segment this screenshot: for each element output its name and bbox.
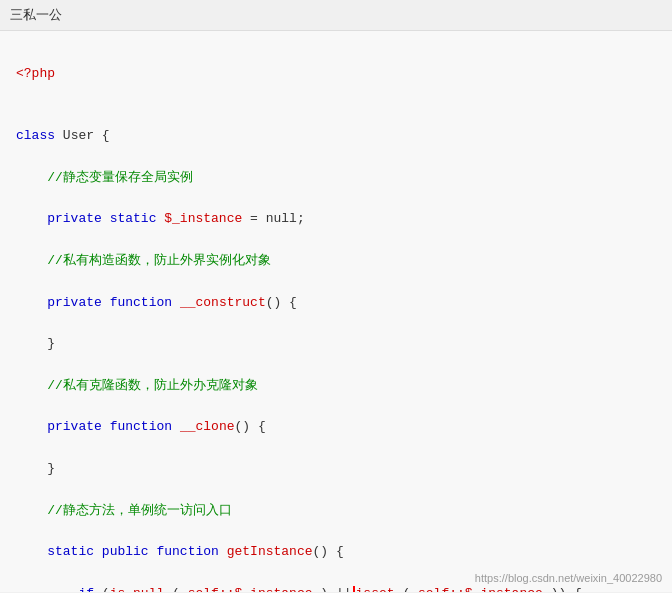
- watermark: https://blog.csdn.net/weixin_40022980: [475, 572, 662, 584]
- code-container: <?php class User { //静态变量保存全局实例 private …: [0, 31, 672, 592]
- code-block: <?php class User { //静态变量保存全局实例 private …: [16, 43, 656, 592]
- title-bar: 三私一公: [0, 0, 672, 31]
- page-title: 三私一公: [10, 7, 62, 22]
